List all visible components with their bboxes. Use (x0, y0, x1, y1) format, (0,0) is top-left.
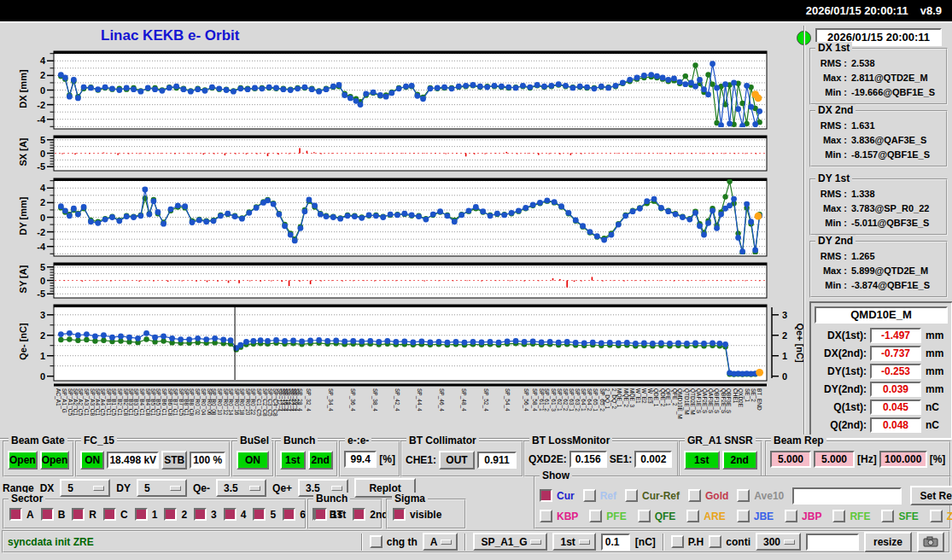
sector-checkbox-checkbox-box[interactable] (9, 508, 22, 521)
show-checkbox-checkbox-box[interactable] (583, 489, 596, 502)
show-checkbox-ref[interactable]: Ref (583, 489, 616, 502)
busel-on-button[interactable]: ON (237, 451, 269, 470)
sector-select[interactable]: A (423, 533, 458, 551)
show-checkbox-checkbox-box[interactable] (540, 510, 552, 522)
qxd2e-label: QXD2E: (529, 453, 567, 465)
dy-plot: 420-2-4 (34, 178, 803, 257)
show-checkbox-checkbox-box[interactable] (881, 510, 894, 522)
show-checkbox-jbe[interactable]: JBE (737, 510, 774, 522)
show-checkbox-checkbox-box[interactable] (832, 510, 845, 522)
show-checkbox-checkbox-box[interactable] (737, 510, 750, 522)
sector-checkbox-a[interactable]: A (9, 508, 34, 521)
bunch-checkbox-checkbox-box[interactable] (314, 508, 327, 521)
show-checkbox-sfe[interactable]: SFE (881, 510, 918, 522)
bunch-checkbox-checkbox-box[interactable] (353, 508, 365, 521)
svg-text:SP_B2_C8: SP_B2_C8 (122, 388, 129, 417)
show-checkbox-pfe[interactable]: PFE (589, 510, 626, 522)
svg-text:SP_B7_C5: SP_B7_C5 (178, 388, 184, 417)
sector-checkbox-r[interactable]: R (72, 508, 96, 521)
range-select-2[interactable]: 3.5 (216, 479, 266, 497)
bunch-checkbox-1st[interactable]: 1st (314, 508, 346, 521)
show-checkbox-checkbox-box[interactable] (686, 510, 699, 522)
sector-checkbox-checkbox-box[interactable] (135, 508, 148, 521)
range-select-0[interactable]: 5 (60, 479, 110, 497)
show-checkbox-checkbox-box[interactable] (737, 489, 750, 502)
bunch-checkbox-label: 1st (331, 509, 346, 521)
sector-checkbox-checkbox-box[interactable] (72, 508, 85, 521)
svg-text:SP_61_1: SP_61_1 (538, 388, 545, 411)
sector-checkbox-4[interactable]: 4 (224, 508, 247, 521)
show-checkbox-rfe[interactable]: RFE (832, 510, 870, 522)
gr-a1-1st-button[interactable]: 1st (684, 451, 720, 470)
bunch-checkbox-2nd[interactable]: 2nd (353, 508, 388, 521)
sector-checkbox-checkbox-box[interactable] (253, 508, 266, 521)
svg-text:W_E3: W_E3 (646, 388, 653, 404)
sector-checkbox-3[interactable]: 3 (194, 508, 217, 521)
sector-checkbox-checkbox-box[interactable] (164, 508, 177, 521)
gr-a1-2nd-button[interactable]: 2nd (722, 451, 758, 470)
beam-gate-open-1-button[interactable]: Open (8, 451, 38, 470)
sigma-checkbox-checkbox-box[interactable] (393, 508, 406, 521)
show-checkbox-qfe[interactable]: QFE (638, 510, 676, 522)
show-checkbox-checkbox-box[interactable] (638, 510, 651, 522)
conti-checkbox[interactable]: conti (709, 535, 751, 548)
file-input[interactable] (806, 534, 859, 551)
fc15-on-button[interactable]: ON (80, 451, 104, 470)
show-checkbox-jbp[interactable]: JBP (785, 510, 821, 522)
beam-gate-open-2-button[interactable]: Open (40, 451, 70, 470)
range-select-1[interactable]: 5 (137, 479, 187, 497)
sector-checkbox-5[interactable]: 5 (253, 508, 276, 521)
chg-th-checkbox-box[interactable] (370, 535, 383, 548)
range-row: Range DX5DY5Qe-3.5Qe+3.5 Replot (3, 477, 416, 499)
che1-out-button[interactable]: OUT (439, 451, 475, 470)
chg-th-checkbox[interactable]: chg th (370, 535, 418, 548)
ph-checkbox[interactable]: P.H (671, 535, 704, 548)
show-checkbox-kbp[interactable]: KBP (540, 510, 578, 522)
ph-checkbox-box[interactable] (671, 535, 684, 548)
show-checkbox-cur[interactable]: Cur (540, 489, 575, 502)
sector-checkbox-checkbox-box[interactable] (283, 508, 295, 521)
show-checkbox-checkbox-box[interactable] (688, 489, 701, 502)
show-checkbox-gold[interactable]: Gold (688, 489, 728, 502)
sector-checkbox-1[interactable]: 1 (135, 508, 158, 521)
ref-file-input[interactable] (792, 487, 902, 505)
show-checkbox-checkbox-box[interactable] (625, 489, 638, 502)
fc15-stb-button[interactable]: STB (161, 451, 187, 470)
conti-checkbox-box[interactable] (709, 535, 721, 548)
range-item-label-3: Qe+ (272, 482, 292, 494)
svg-text:SP_52_4: SP_52_4 (482, 388, 489, 411)
sector-checkbox-checkbox-box[interactable] (41, 508, 54, 521)
sector-checkbox-6[interactable]: 6 (283, 508, 306, 521)
svg-text:SP_64_1: SP_64_1 (580, 388, 587, 411)
svg-text:SP_A2_C1: SP_A2_C1 (72, 388, 79, 417)
svg-text:SE_2: SE_2 (750, 388, 756, 402)
sector-checkbox-checkbox-box[interactable] (194, 508, 207, 521)
bunch-1st-button[interactable]: 1st (280, 451, 306, 470)
show-checkbox-checkbox-box[interactable] (540, 489, 552, 502)
sector-checkbox-checkbox-box[interactable] (103, 508, 116, 521)
sector-checkbox-c[interactable]: C (103, 508, 128, 521)
svg-text:SP_B1_C1: SP_B1_C1 (105, 388, 112, 417)
camera-button[interactable] (917, 532, 944, 552)
bunch-2nd-button[interactable]: 2nd (308, 451, 334, 470)
show-checkbox-checkbox-box[interactable] (930, 510, 943, 522)
sector-checkbox-checkbox-box[interactable] (224, 508, 237, 521)
bunch-select[interactable]: 1st (552, 533, 595, 551)
resize-button[interactable]: resize (864, 532, 912, 552)
set-ref-button[interactable]: Set Ref (910, 486, 952, 505)
show-checkbox-checkbox-box[interactable] (589, 510, 602, 522)
threshold-input[interactable] (601, 534, 630, 551)
sector-checkbox-2[interactable]: 2 (164, 508, 187, 521)
linac-orbit-window: 2026/01/15 20:00:11 v8.9 Linac KEKB e- O… (0, 0, 952, 560)
show-checkbox-cur-ref[interactable]: Cur-Ref (625, 489, 680, 502)
show-checkbox-checkbox-box[interactable] (785, 510, 797, 522)
show-checkbox-are[interactable]: ARE (686, 510, 725, 522)
show-checkbox-ave10[interactable]: Ave10 (737, 489, 784, 502)
show-checkbox-zre[interactable]: ZRE (930, 510, 952, 522)
sector-checkbox-b[interactable]: B (41, 508, 66, 521)
sigma-checkbox-visible[interactable]: visible (393, 508, 441, 521)
bpm-select[interactable]: SP_A1_G (473, 533, 547, 551)
svg-text:SP_R0_08: SP_R0_08 (210, 388, 217, 416)
count-select[interactable]: 300 (756, 533, 801, 551)
show-checkbox-label: KBP (557, 510, 578, 522)
